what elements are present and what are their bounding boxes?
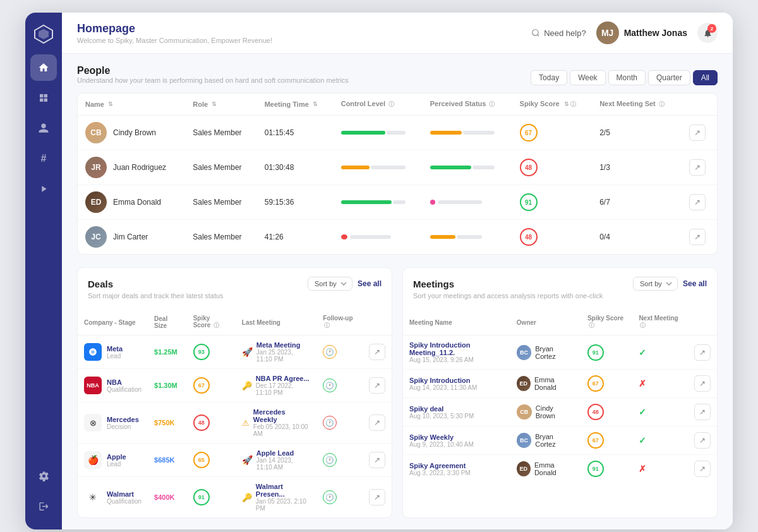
notification-button[interactable]: 2 [697, 23, 718, 43]
col-perceived: Perceived Status ⓘ [423, 94, 512, 116]
list-item: Spiky Agreement Aug 3, 2023, 3:30 PM ED … [403, 455, 717, 483]
owner-cell: BC Bryan Cortez [517, 433, 575, 448]
sidebar-item-grid[interactable] [30, 85, 57, 111]
external-link[interactable]: ↗ [689, 194, 706, 210]
owner-name: Bryan Cortez [535, 345, 575, 360]
filter-all[interactable]: All [693, 70, 718, 85]
meetings-col-score: Spiky Score ⓘ [581, 310, 633, 336]
meeting-external-link[interactable]: ↗ [694, 404, 711, 420]
deal-external-link[interactable]: ↗ [369, 489, 385, 505]
need-help-button[interactable]: Need help? [531, 28, 586, 38]
meeting-external-link[interactable]: ↗ [694, 432, 711, 449]
filter-week[interactable]: Week [570, 70, 605, 85]
deals-col-company: Company - Stage [78, 310, 148, 336]
meeting-external-link[interactable]: ↗ [694, 344, 711, 361]
control-bar [341, 234, 415, 239]
check-icon: ✓ [639, 407, 646, 417]
owner-avatar: BC [517, 345, 531, 360]
followup-icon[interactable]: 🕐 [323, 490, 337, 504]
person-name: Jim Carter [113, 233, 148, 241]
external-link[interactable]: ↗ [689, 159, 706, 176]
cross-icon: ✗ [639, 464, 646, 474]
meetings-table: Meeting Name Owner Spiky Score ⓘ Next Me… [403, 310, 717, 483]
cross-icon: ✗ [639, 378, 646, 389]
deals-col-link [363, 310, 392, 336]
sidebar-item-people[interactable] [30, 115, 57, 142]
sidebar-item-home[interactable] [30, 54, 57, 81]
person-cell: CB Cindy Brown [85, 122, 177, 143]
meeting-date: Aug 9, 2023, 10:40 AM [409, 441, 504, 448]
meetings-col-next: Next Meeting ⓘ [632, 310, 688, 336]
meeting-external-link[interactable]: ↗ [694, 375, 711, 392]
meeting-external-link[interactable]: ↗ [694, 461, 711, 477]
followup-icon[interactable]: 🕐 [323, 416, 337, 430]
col-role: Role ⇅ [185, 94, 256, 116]
last-meeting: 🔑 Walmart Presen... Jan 05 2023, 2:10 PM [242, 483, 310, 512]
list-item: NBA NBA Qualification $1.30M 67 [78, 369, 392, 402]
person-avatar: ED [85, 191, 107, 213]
deal-external-link[interactable]: ↗ [369, 344, 385, 360]
control-bar [341, 166, 415, 169]
external-link[interactable]: ↗ [689, 124, 706, 141]
table-row: JC Jim Carter Sales Member 41:26 [78, 220, 717, 255]
last-meeting: 🔑 NBA PR Agree... Dec 17 2022, 11:10 PM [242, 375, 310, 396]
meetings-desc: Sort your meetings and access analysis r… [413, 292, 707, 299]
person-role: Sales Member [185, 150, 256, 185]
external-link[interactable]: ↗ [689, 229, 706, 245]
col-meeting-time: Meeting Time ⇅ [257, 94, 334, 116]
meetings-panel: Meetings Sort by See all Sort your meeti… [402, 267, 718, 518]
sidebar-item-play[interactable] [30, 176, 57, 202]
meeting-name: Spiky Weekly [409, 433, 504, 441]
person-avatar: JC [85, 226, 107, 248]
deals-controls: Sort by See all [308, 277, 382, 291]
sidebar-item-hash[interactable]: # [30, 145, 57, 172]
filter-today[interactable]: Today [531, 70, 567, 85]
next-meeting: 0/4 [592, 220, 682, 255]
deals-col-size: Deal Size [148, 310, 187, 336]
owner-avatar: CB [517, 404, 532, 420]
meeting-score: 91 [587, 461, 604, 477]
person-cell: ED Emma Donald [85, 191, 177, 213]
meeting-score: 48 [587, 404, 604, 420]
meetings-title-row: Meetings Sort by See all [413, 277, 707, 291]
meetings-controls: Sort by See all [633, 277, 707, 291]
col-name: Name ⇅ [78, 94, 185, 116]
sidebar-item-logout[interactable] [30, 493, 57, 519]
meeting-name: Spiky Introduction [409, 377, 504, 384]
company-logo-nba: NBA [84, 377, 102, 394]
deals-panel: Deals Sort by See all Sort major deals a… [77, 267, 392, 518]
deal-size: $400K [154, 493, 174, 501]
filter-month[interactable]: Month [608, 70, 646, 85]
meeting-date: Aug 15, 2023, 9:26 AM [409, 356, 504, 363]
key-icon: 🔑 [242, 381, 252, 390]
filter-quarter[interactable]: Quarter [648, 70, 690, 85]
deal-external-link[interactable]: ↗ [369, 452, 385, 468]
user-name: Matthew Jonas [624, 28, 687, 38]
svg-point-2 [532, 30, 538, 35]
rocket-icon: 🚀 [242, 347, 253, 357]
sidebar-item-settings[interactable] [30, 462, 57, 489]
owner-name: Bryan Cortez [535, 433, 575, 448]
meeting-name: Spiky deal [409, 405, 504, 413]
followup-icon[interactable]: 🕐 [323, 378, 337, 392]
table-row: ED Emma Donald Sales Member 59:15:36 [78, 185, 717, 220]
table-row: JR Juan Rodriguez Sales Member 01:30:48 [78, 150, 717, 185]
content-area: People Understand how your team is perfo… [62, 54, 733, 529]
meetings-see-all[interactable]: See all [683, 279, 707, 288]
deal-size: $1.30M [154, 382, 177, 389]
deal-external-link[interactable]: ↗ [369, 414, 385, 431]
followup-icon[interactable]: 🕐 [323, 453, 337, 467]
app-subtitle: Welcome to Spiky, Master Communication, … [77, 37, 524, 44]
meetings-sort-select[interactable]: Sort by [633, 277, 678, 291]
person-name: Emma Donald [113, 198, 161, 207]
meetings-col-owner: Owner [510, 310, 581, 336]
col-action [682, 94, 717, 116]
followup-icon[interactable]: 🕐 [323, 345, 337, 359]
owner-cell: ED Emma Donald [517, 376, 575, 391]
meetings-col-name: Meeting Name [403, 310, 510, 336]
deals-see-all[interactable]: See all [358, 279, 382, 288]
deals-sort-select[interactable]: Sort by [308, 277, 352, 291]
deal-external-link[interactable]: ↗ [369, 377, 385, 394]
deals-title: Deals [88, 279, 113, 289]
company-logo-meta [84, 343, 102, 361]
